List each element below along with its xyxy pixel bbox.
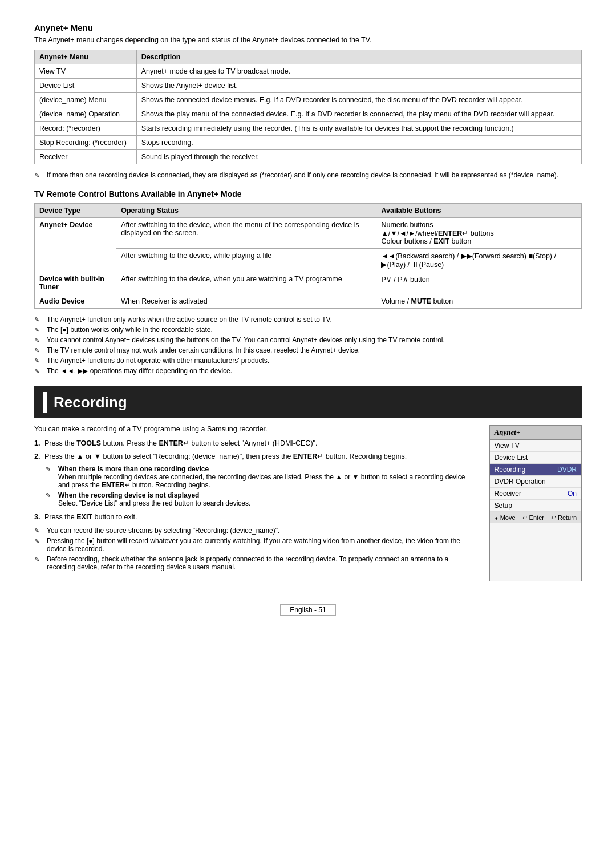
note-item-2: ✎ The [●] button works only while in the…	[34, 326, 582, 334]
sub-note-multiple-devices: ✎ When there is more than one recording …	[46, 465, 478, 489]
menu-item-stop-recording: Stop Recording: (*recorder)	[35, 136, 137, 150]
note-icon: ✎	[34, 316, 44, 324]
note-text-4: The TV remote control may not work under…	[47, 346, 360, 354]
note-icon: ✎	[34, 527, 44, 535]
table-row: Audio Device When Receiver is activated …	[35, 294, 582, 309]
tv-menu-item-value: DVDR	[557, 466, 577, 474]
step-num-2: 2.	[34, 452, 40, 460]
note-item: ✎ If more than one recording device is c…	[34, 171, 582, 179]
tv-menu-item-setup: Setup	[490, 500, 581, 512]
note-item-4: ✎ The TV remote control may not work und…	[34, 346, 582, 354]
tv-menu-footer: ⬧ Move ↵ Enter ↩ Return	[490, 512, 581, 523]
bottom-note-2-text: Pressing the [●] button will record what…	[47, 537, 478, 553]
recording-text-area: You can make a recording of a TV program…	[34, 425, 478, 581]
note-text-5: The Anynet+ functions do not operate wit…	[47, 357, 269, 365]
menu-item-view-tv: View TV	[35, 64, 137, 79]
anynet-menu-notes: ✎ If more than one recording device is c…	[34, 171, 582, 179]
recording-section: Recording You can make a recording of a …	[34, 386, 582, 581]
step-1-text: Press the TOOLS button. Press the ENTER↵…	[44, 439, 318, 447]
recording-intro: You can make a recording of a TV program…	[34, 425, 478, 433]
note-icon: ✎	[34, 326, 44, 334]
desc-device-menu: Shows the connected device menus. E.g. I…	[136, 93, 581, 107]
anynet-menu-table: Anynet+ Menu Description View TV Anynet+…	[34, 50, 582, 164]
tv-menu-item-label: Receiver	[495, 490, 521, 498]
tv-menu-brand: Anynet+	[495, 428, 521, 436]
menu-item-receiver: Receiver	[35, 150, 137, 164]
step-2: 2. Press the ▲ or ▼ button to select "Re…	[34, 452, 478, 460]
table-row: Stop Recording: (*recorder) Stops record…	[35, 136, 582, 150]
note-icon: ✎	[34, 367, 44, 375]
col-header-description: Description	[136, 50, 581, 64]
tv-menu-item-label: Recording	[495, 466, 526, 474]
status-playing-file: After switching to the device, while pla…	[116, 249, 376, 272]
desc-device-list: Shows the Anynet+ device list.	[136, 79, 581, 93]
table-row: Device List Shows the Anynet+ device lis…	[35, 79, 582, 93]
desc-receiver: Sound is played through the receiver.	[136, 150, 581, 164]
page-number: English - 51	[280, 604, 335, 616]
col-header-menu: Anynet+ Menu	[35, 50, 137, 64]
step-3-text: Press the EXIT button to exit.	[44, 513, 137, 521]
note-icon: ✎	[34, 347, 44, 354]
tv-menu-item-receiver: Receiver On	[490, 488, 581, 500]
table-row: Device with built-in Tuner After switchi…	[35, 272, 582, 294]
table-row: After switching to the device, while pla…	[35, 249, 582, 272]
tv-remote-title: TV Remote Control Buttons Available in A…	[34, 189, 582, 199]
anynet-menu-intro: The Anynet+ menu changes depending on th…	[34, 36, 582, 44]
table-row: View TV Anynet+ mode changes to TV broad…	[35, 64, 582, 79]
desc-record: Starts recording immediately using the r…	[136, 122, 581, 136]
footer-return: ↩ Return	[551, 514, 577, 521]
col-device-type: Device Type	[35, 204, 116, 218]
bottom-note-1: ✎ You can record the source streams by s…	[34, 527, 478, 535]
sub-note-not-displayed-text: When the recording device is not display…	[58, 491, 250, 507]
note-item-3: ✎ You cannot control Anynet+ devices usi…	[34, 336, 582, 344]
note-text-3: You cannot control Anynet+ devices using…	[47, 336, 445, 344]
tv-menu-mockup: Anynet+ View TV Device List Recording DV…	[489, 425, 582, 581]
step-num-1: 1.	[34, 439, 40, 447]
bottom-note-1-text: You can record the source streams by sel…	[47, 527, 279, 535]
step-3: 3. Press the EXIT button to exit.	[34, 513, 478, 521]
sub-note-not-displayed: ✎ When the recording device is not displ…	[46, 491, 478, 507]
desc-device-operation: Shows the play menu of the connected dev…	[136, 107, 581, 122]
tv-remote-notes: ✎ The Anynet+ function only works when t…	[34, 316, 582, 375]
menu-item-device-list: Device List	[35, 79, 137, 93]
recording-content: You can make a recording of a TV program…	[34, 425, 582, 581]
status-menu-displayed: After switching to the device, when the …	[116, 218, 376, 249]
footer-move: ⬧ Move	[495, 514, 516, 521]
menu-item-device-menu: (device_name) Menu	[35, 93, 137, 107]
anynet-menu-title: Anynet+ Menu	[34, 23, 582, 33]
note-icon: ✎	[34, 172, 44, 179]
tv-menu-item-label: View TV	[495, 442, 520, 450]
tv-remote-section: TV Remote Control Buttons Available in A…	[34, 189, 582, 375]
tv-remote-table: Device Type Operating Status Available B…	[34, 203, 582, 309]
table-row: Receiver Sound is played through the rec…	[35, 150, 582, 164]
tv-menu-item-dvdr-operation: DVDR Operation	[490, 476, 581, 488]
header-bar	[43, 392, 47, 413]
menu-item-device-operation: (device_name) Operation	[35, 107, 137, 122]
note-icon: ✎	[46, 492, 56, 499]
sub-note-bold-1: When there is more than one recording de…	[58, 465, 209, 473]
tv-menu-item-value: On	[568, 490, 577, 498]
table-row: Anynet+ Device After switching to the de…	[35, 218, 582, 249]
table-row: Record: (*recorder) Starts recording imm…	[35, 122, 582, 136]
note-icon: ✎	[34, 556, 44, 563]
anynet-menu-section: Anynet+ Menu The Anynet+ menu changes de…	[34, 23, 582, 179]
tv-menu-item-device-list: Device List	[490, 452, 581, 464]
note-item-6: ✎ The ◄◄, ▶▶ operations may differ depen…	[34, 367, 582, 375]
step-2-text: Press the ▲ or ▼ button to select "Recor…	[44, 452, 407, 460]
desc-view-tv: Anynet+ mode changes to TV broadcast mod…	[136, 64, 581, 79]
note-icon: ✎	[34, 337, 44, 344]
note-item-1: ✎ The Anynet+ function only works when t…	[34, 316, 582, 324]
buttons-menu-displayed: Numeric buttons ▲/▼/◄/►/wheel/ENTER↵ but…	[376, 218, 582, 249]
buttons-audio: Volume / MUTE button	[376, 294, 582, 309]
sub-note-multiple-text: When there is more than one recording de…	[58, 465, 478, 489]
device-audio: Audio Device	[35, 294, 116, 309]
note-text: If more than one recording device is con…	[47, 171, 558, 179]
note-item-5: ✎ The Anynet+ functions do not operate w…	[34, 357, 582, 365]
bottom-note-3-text: Before recording, check whether the ante…	[47, 555, 478, 571]
step-num-3: 3.	[34, 513, 40, 521]
note-icon: ✎	[34, 537, 44, 545]
recording-title: Recording	[54, 394, 127, 411]
buttons-tuner: P∨ / P∧ button	[376, 272, 582, 294]
tv-menu-item-label: Device List	[495, 454, 528, 462]
status-receiver: When Receiver is activated	[116, 294, 376, 309]
